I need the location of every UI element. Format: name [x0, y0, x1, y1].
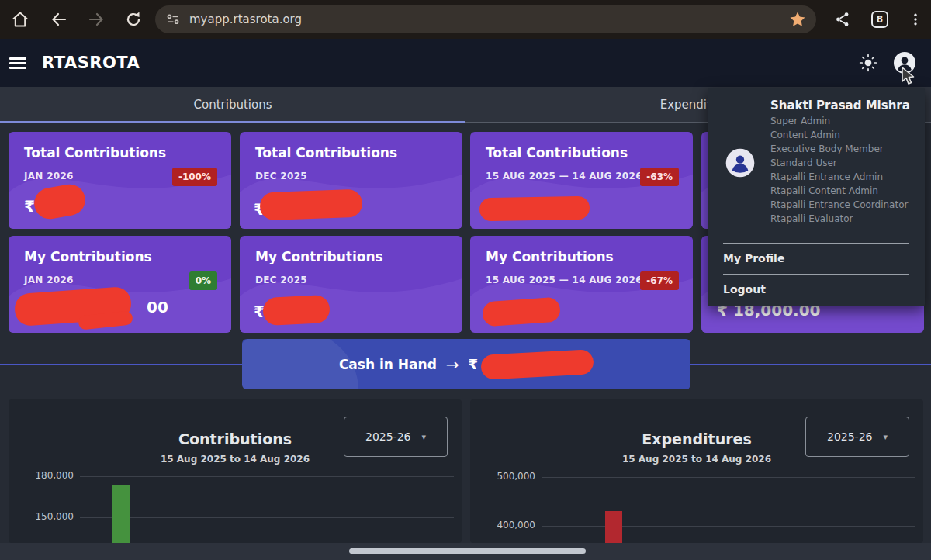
change-badge: -63%: [640, 168, 679, 186]
change-badge: -100%: [172, 168, 217, 186]
app-screenshot: myapp.rtasrota.org 8 RTASROTA: [0, 0, 931, 560]
user-role: Super Admin: [770, 116, 830, 126]
redaction-scribble: [262, 295, 331, 326]
card-my-contributions-jan: My Contributions JAN 2026 0% 00: [9, 236, 231, 333]
card-period: 15 AUG 2025 — 14 AUG 2026: [486, 171, 642, 181]
change-badge: -67%: [640, 271, 679, 290]
reload-icon: [124, 10, 143, 29]
card-period: DEC 2025: [255, 171, 307, 181]
card-period: JAN 2026: [24, 171, 74, 181]
avatar-person-icon: [725, 147, 756, 178]
redaction-scribble: [259, 189, 362, 221]
reload-button[interactable]: [118, 4, 149, 35]
mouse-cursor: [900, 67, 917, 87]
year-select[interactable]: 2025-26 ▾: [344, 417, 448, 457]
currency-symbol: ₹: [469, 356, 479, 372]
chevron-down-icon: ▾: [883, 432, 888, 442]
back-button[interactable]: [43, 4, 74, 35]
user-role: Content Admin: [770, 130, 840, 140]
forward-button[interactable]: [81, 4, 112, 35]
gridline: [80, 476, 454, 477]
user-role: Rtapalli Entrance Coordinator: [770, 199, 908, 210]
user-profile-dropdown: Shakti Prasad Mishra Super Admin Content…: [708, 88, 925, 306]
change-badge: 0%: [189, 271, 217, 290]
user-role: Rtapalli Entrance Admin: [770, 171, 883, 182]
site-info-tune-icon[interactable]: [164, 11, 182, 28]
card-period: 15 AUG 2025 — 14 AUG 2026: [486, 275, 642, 285]
arrow-icon: →: [446, 355, 459, 374]
user-role: Executive Body Member: [770, 143, 884, 154]
card-period: DEC 2025: [255, 275, 307, 285]
menu-item-logout[interactable]: Logout: [723, 283, 766, 296]
back-icon: [50, 10, 68, 29]
card-title: Total Contributions: [486, 145, 628, 161]
y-axis-tick: 180,000: [13, 470, 74, 481]
tab-contributions[interactable]: Contributions: [0, 87, 466, 122]
card-total-contributions-dec: Total Contributions DEC 2025 ₹: [240, 132, 462, 229]
year-select-value: 2025-26: [365, 430, 411, 443]
y-axis-tick: 150,000: [13, 511, 74, 522]
gridline: [542, 477, 915, 478]
theme-toggle-sun-icon[interactable]: [858, 53, 878, 73]
gridline: [80, 517, 454, 518]
card-total-contributions-jan: Total Contributions JAN 2026 -100% ₹: [9, 132, 231, 229]
y-axis-tick: 400,000: [475, 520, 535, 531]
cash-in-hand-label: Cash in Hand: [339, 357, 437, 372]
amount-visible-fragment: 00: [147, 298, 168, 316]
contribution-bar: [112, 485, 130, 543]
share-button[interactable]: [827, 4, 858, 35]
browser-toolbar: myapp.rtasrota.org 8: [0, 0, 931, 39]
redaction-scribble: [480, 349, 594, 380]
menu-divider: [723, 274, 909, 275]
redaction-scribble: [479, 196, 590, 221]
cash-in-hand-banner: Cash in Hand → ₹: [242, 339, 690, 389]
url-text[interactable]: myapp.rtasrota.org: [189, 12, 788, 26]
bookmark-star-icon[interactable]: [788, 10, 807, 29]
tab-switcher-button[interactable]: 8: [864, 4, 895, 35]
gridline: [542, 526, 915, 527]
card-period: JAN 2026: [24, 275, 74, 285]
card-total-contributions-year: Total Contributions 15 AUG 2025 — 14 AUG…: [470, 132, 693, 229]
card-title: My Contributions: [255, 249, 383, 264]
user-role: Rtapalli Evaluator: [770, 213, 853, 224]
app-title: RTASROTA: [42, 54, 140, 72]
year-select-value: 2025-26: [827, 430, 873, 443]
horizontal-scrollbar[interactable]: [349, 548, 586, 554]
forward-icon: [87, 10, 106, 29]
contributions-chart-panel: Contributions 15 Aug 2025 to 14 Aug 2026…: [9, 399, 462, 543]
menu-divider: [723, 243, 909, 244]
expenditures-chart-panel: Expenditures 15 Aug 2025 to 14 Aug 2026 …: [470, 399, 923, 543]
card-title: Total Contributions: [24, 145, 166, 161]
year-select[interactable]: 2025-26 ▾: [805, 417, 909, 457]
card-title: Total Contributions: [255, 145, 397, 161]
card-title: My Contributions: [486, 249, 614, 264]
app-header: RTASROTA: [0, 39, 931, 87]
browser-menu-button[interactable]: [900, 4, 931, 35]
menu-item-my-profile[interactable]: My Profile: [723, 252, 784, 264]
card-my-contributions-dec: My Contributions DEC 2025 ₹: [240, 236, 462, 333]
user-name: Shakti Prasad Mishra: [770, 99, 910, 112]
card-my-contributions-year: My Contributions 15 AUG 2025 — 14 AUG 20…: [470, 236, 693, 333]
currency-symbol: ₹: [24, 197, 35, 216]
user-role: Standard User: [770, 157, 837, 168]
y-axis-tick: 500,000: [475, 471, 535, 482]
expenditure-bar: [605, 511, 622, 543]
chevron-down-icon: ▾: [421, 432, 426, 442]
hamburger-menu-icon[interactable]: [9, 57, 26, 69]
three-dot-menu-icon: [908, 12, 923, 27]
url-bar[interactable]: myapp.rtasrota.org: [155, 5, 816, 33]
tab-count: 8: [871, 11, 888, 28]
share-icon: [834, 11, 851, 28]
home-button[interactable]: [5, 4, 36, 35]
user-role: Rtapalli Content Admin: [770, 185, 878, 196]
home-icon: [11, 10, 29, 29]
card-title: My Contributions: [24, 249, 152, 264]
